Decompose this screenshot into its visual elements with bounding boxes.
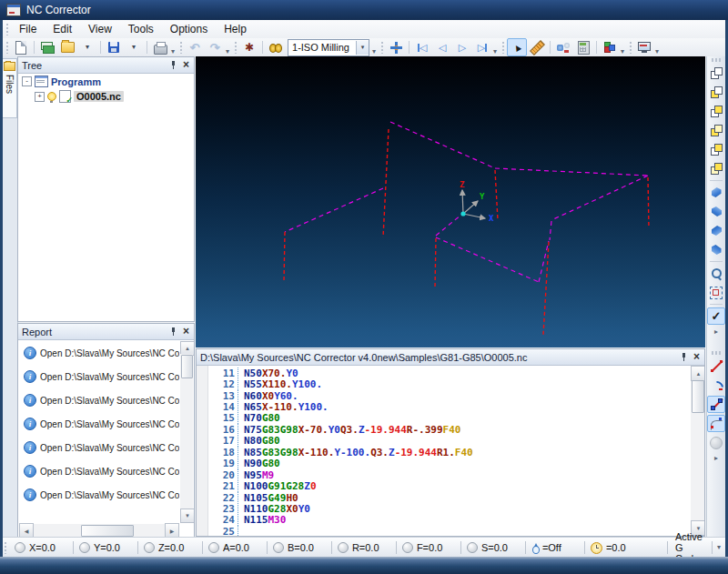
title-bar[interactable]: NC Corrector [0,0,728,20]
menu-file[interactable]: File [11,21,45,37]
show-arc-moves-button[interactable] [707,415,725,432]
machine-tools-button[interactable] [553,38,573,56]
interpreter-select[interactable]: 1-ISO Milling▾ [288,39,369,56]
view-iso-se-button[interactable] [707,203,725,220]
view-axonometric-button[interactable] [707,65,725,82]
view-bottom-button[interactable] [707,141,725,158]
select-cursor-button[interactable]: ▲ [507,38,527,56]
sim-end-button[interactable]: ▷ [472,38,492,56]
new-file-button[interactable] [11,38,31,56]
code-line[interactable]: 14N65X-110.Y100. [207,401,690,412]
find-button[interactable] [266,38,286,56]
sim-play-button[interactable]: ▷ [452,38,472,56]
code-line[interactable]: 17N80G80 [207,436,690,447]
menu-help[interactable]: Help [216,21,255,37]
view-back-button[interactable] [707,103,725,120]
menu-view[interactable]: View [80,21,120,37]
tree-item-file[interactable]: + O0005.nc [31,88,194,104]
view-iso-ne-button[interactable] [707,241,725,258]
draw-arc-button[interactable] [707,377,725,394]
print-button[interactable] [150,38,170,56]
goto-position-button[interactable] [386,38,406,56]
open-dropdown[interactable]: ▾ [77,38,97,56]
editor-vertical-scrollbar[interactable]: ▲ ▼ [691,366,704,536]
collapse-icon[interactable]: - [22,76,32,86]
settings-monitor-button[interactable] [634,38,654,56]
report-row[interactable]: iOpen D:\Slava\My Sources\NC Corrector . [19,459,179,483]
code-line[interactable]: 25 [207,526,690,536]
save-button[interactable] [104,38,124,56]
expand-icon[interactable]: + [35,92,45,102]
report-row[interactable]: iOpen D:\Slava\My Sources\NC Corrector . [19,412,179,436]
toolbar-grip[interactable] [233,41,238,54]
code-line[interactable]: 19N90G80 [207,458,690,469]
check-program-button[interactable]: ✱ [239,38,259,56]
measure-ruler-button[interactable] [527,38,547,56]
verify-path-button[interactable]: ✓ [707,307,725,325]
code-line[interactable]: 18N85G83G98X-110.Y-100.Q3.Z-19.944R1.F40 [207,447,690,458]
toolbar-overflow-icon[interactable]: ▾ [654,47,661,56]
scroll-up-icon[interactable]: ▲ [691,366,704,381]
toolbar-grip[interactable] [712,58,721,62]
scroll-down-icon[interactable]: ▼ [180,509,194,523]
toolbar-grip[interactable] [500,41,505,54]
close-icon[interactable]: × [182,61,190,69]
toolbar-grip[interactable] [379,41,384,54]
code-line[interactable]: 24N115M30 [207,515,690,526]
code-line[interactable]: 21N100G91G28Z0 [207,480,690,491]
show-line-moves-button[interactable] [707,396,725,413]
close-icon[interactable]: × [693,353,701,361]
render-solid-button[interactable] [707,434,725,451]
report-row[interactable]: iOpen D:\Slava\My Sources\NC Corrector . [19,341,179,365]
view-iso-nw-button[interactable] [707,222,725,239]
view-side-button[interactable] [707,160,725,177]
editor-body[interactable]: 11N50X70.Y012N55X110.Y100.13N60X0Y60.14N… [197,366,704,536]
report-row[interactable]: iOpen D:\Slava\My Sources\NC Corrector . [19,365,179,388]
toolbar-overflow-icon[interactable]: ▸ [714,327,718,336]
report-horizontal-scrollbar[interactable]: ◀ ▶ [19,524,179,537]
scroll-thumb[interactable] [81,525,134,537]
scroll-right-icon[interactable]: ▶ [165,523,179,538]
zoom-extents-button[interactable] [707,284,725,301]
zoom-window-button[interactable] [707,265,725,282]
calculator-button[interactable] [573,38,593,56]
code-line[interactable]: 11N50X70.Y0 [207,368,690,378]
menu-tools[interactable]: Tools [120,21,162,37]
chevron-down-icon[interactable]: ▾ [356,41,369,55]
code-line[interactable]: 15N70G80 [207,413,690,424]
toolbar-overflow-icon[interactable]: ▸ [714,454,718,462]
toolbar-overflow-icon[interactable]: ▾ [170,47,177,56]
tree-item-program[interactable]: - Programm [18,74,194,88]
code-line[interactable]: 13N60X0Y60. [207,390,690,401]
report-vertical-scrollbar[interactable]: ▲ ▼ [180,341,193,523]
report-row[interactable]: iOpen D:\Slava\My Sources\NC Corrector . [19,483,179,507]
code-line[interactable]: 20N95M9 [207,469,690,480]
scroll-left-icon[interactable]: ◀ [19,523,34,538]
statusbar-overflow-icon[interactable]: ▾ [716,543,723,552]
save-dropdown[interactable]: ▾ [124,38,144,56]
view-iso-sw-button[interactable] [707,184,725,201]
toolbar-grip[interactable] [712,351,721,355]
pin-icon[interactable] [169,61,177,69]
viewport-3d[interactable]: ZYX [196,56,705,347]
open-file-button[interactable] [37,38,57,56]
toolbar-overflow-icon[interactable]: ▾ [492,47,499,56]
report-row[interactable]: iOpen D:\Slava\My Sources\NC Corrector . [19,388,179,412]
toolbar-overflow-icon[interactable]: ▾ [620,47,626,56]
shapes-view-button[interactable] [600,38,620,56]
code-line[interactable]: 23N110G28X0Y0 [207,503,690,514]
toolbar-grip[interactable] [5,41,9,54]
pin-icon[interactable] [680,353,688,361]
toolbar-overflow-icon[interactable]: ▾ [225,47,231,56]
view-front-button[interactable] [707,84,725,101]
menu-options[interactable]: Options [162,21,216,37]
menu-edit[interactable]: Edit [45,21,80,37]
scroll-thumb[interactable] [181,355,193,378]
view-top-button[interactable] [707,122,725,139]
pin-icon[interactable] [169,327,177,336]
toolbar-grip[interactable] [178,41,183,54]
toolbar-overflow-icon[interactable]: ▾ [371,47,378,56]
report-row[interactable]: iOpen D:\Slava\My Sources\NC Corrector . [19,436,179,459]
scroll-thumb[interactable] [692,380,704,413]
draw-line-button[interactable] [707,357,725,375]
